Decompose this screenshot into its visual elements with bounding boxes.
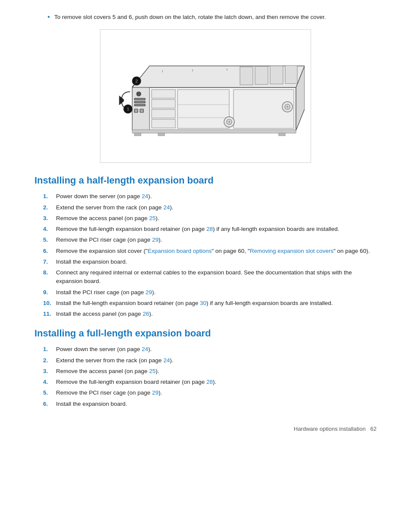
- bullet-dot-icon: ●: [47, 14, 50, 19]
- step-text: Remove the access panel (on page 25).: [56, 367, 377, 376]
- svg-rect-21: [152, 119, 175, 128]
- svg-rect-9: [270, 66, 283, 84]
- footer-label: Hardware options installation: [294, 426, 366, 432]
- svg-rect-13: [134, 98, 145, 100]
- step-num: 2.: [43, 356, 56, 365]
- step-num: 4.: [43, 225, 56, 233]
- svg-rect-41: [158, 133, 165, 136]
- section1-steps: 1. Power down the server (on page 24). 2…: [34, 192, 377, 318]
- link-28a[interactable]: 28: [206, 226, 213, 232]
- step-num: 6.: [43, 400, 56, 408]
- section1-title: Installing a half-length expansion board: [34, 175, 377, 186]
- svg-rect-19: [152, 100, 175, 108]
- step-num: 11.: [43, 310, 56, 318]
- intro-bullet: ● To remove slot covers 5 and 6, push do…: [34, 13, 377, 22]
- step-num: 6.: [43, 247, 56, 255]
- svg-rect-14: [134, 101, 145, 103]
- step-num: 3.: [43, 367, 56, 376]
- svg-rect-16: [134, 109, 138, 112]
- page-footer: Hardware options installation 62: [34, 426, 377, 432]
- step-2-6: 6. Install the expansion board.: [34, 400, 377, 408]
- footer-separator: [366, 426, 371, 432]
- intro-bullet-text: To remove slot covers 5 and 6, push down…: [54, 13, 377, 22]
- step-num: 2.: [43, 203, 56, 212]
- svg-rect-42: [279, 133, 285, 136]
- svg-rect-7: [240, 67, 253, 85]
- step-2-4: 4. Remove the full-length expansion boar…: [34, 378, 377, 386]
- section2-steps: 1. Power down the server (on page 24). 2…: [34, 345, 377, 408]
- step-1-8: 8. Connect any required internal or exte…: [34, 268, 377, 286]
- step-text: Connect any required internal or externa…: [56, 268, 377, 286]
- svg-rect-8: [255, 66, 268, 84]
- svg-text:1: 1: [127, 106, 129, 112]
- step-2-3: 3. Remove the access panel (on page 25).: [34, 367, 377, 376]
- server-diagram-svg: 1 2: [106, 36, 305, 156]
- step-text: Remove the access panel (on page 25).: [56, 214, 377, 223]
- svg-point-12: [137, 92, 141, 96]
- link-29b[interactable]: 29: [146, 289, 152, 296]
- step-text: Install the expansion board.: [56, 258, 377, 266]
- link-removing-covers[interactable]: Removing expansion slot covers: [250, 248, 333, 254]
- step-num: 9.: [43, 288, 56, 297]
- svg-rect-20: [152, 109, 175, 118]
- svg-rect-39: [132, 130, 296, 133]
- step-text: Remove the PCI riser cage (on page 29).: [56, 236, 377, 244]
- link-25a[interactable]: 25: [149, 215, 156, 221]
- step-text: Power down the server (on page 24).: [56, 192, 377, 201]
- step-num: 10.: [43, 299, 56, 308]
- step-1-11: 11. Install the access panel (on page 26…: [34, 310, 377, 318]
- step-text: Install the full-length expansion board …: [56, 299, 377, 308]
- step-2-1: 1. Power down the server (on page 24).: [34, 345, 377, 354]
- link-29c[interactable]: 29: [152, 389, 159, 396]
- step-text: Remove the full-length expansion board r…: [56, 378, 377, 386]
- svg-rect-18: [152, 90, 175, 98]
- step-text: Remove the PCI riser cage (on page 29).: [56, 389, 377, 397]
- link-24b[interactable]: 24: [163, 204, 170, 211]
- svg-rect-15: [134, 104, 145, 106]
- link-24c[interactable]: 24: [142, 346, 148, 352]
- step-num: 3.: [43, 214, 56, 223]
- step-1-7: 7. Install the expansion board.: [34, 258, 377, 266]
- step-text: Install the access panel (on page 26).: [56, 310, 377, 318]
- step-text: Remove the expansion slot cover ("Expans…: [56, 247, 377, 255]
- link-28b[interactable]: 28: [206, 379, 213, 385]
- step-text: Extend the server from the rack (on page…: [56, 356, 377, 365]
- step-num: 1.: [43, 192, 56, 201]
- step-num: 1.: [43, 345, 56, 354]
- svg-text:2: 2: [135, 78, 138, 84]
- step-1-4: 4. Remove the full-length expansion boar…: [34, 225, 377, 233]
- link-26a[interactable]: 26: [143, 311, 149, 317]
- link-29a[interactable]: 29: [152, 236, 159, 243]
- step-1-6: 6. Remove the expansion slot cover ("Exp…: [34, 247, 377, 255]
- step-text: Remove the full-length expansion board r…: [56, 225, 377, 233]
- link-24a[interactable]: 24: [142, 193, 148, 199]
- step-1-3: 3. Remove the access panel (on page 25).: [34, 214, 377, 223]
- footer-page: 62: [371, 426, 377, 432]
- svg-rect-22: [177, 90, 229, 128]
- step-1-5: 5. Remove the PCI riser cage (on page 29…: [34, 236, 377, 244]
- step-num: 5.: [43, 236, 56, 244]
- step-num: 8.: [43, 268, 56, 277]
- step-text: Extend the server from the rack (on page…: [56, 203, 377, 212]
- step-1-9: 9. Install the PCI riser cage (on page 2…: [34, 288, 377, 297]
- link-30a[interactable]: 30: [200, 300, 206, 306]
- step-text: Install the PCI riser cage (on page 29).: [56, 288, 377, 297]
- step-2-5: 5. Remove the PCI riser cage (on page 29…: [34, 389, 377, 397]
- svg-rect-40: [134, 133, 141, 136]
- step-text: Install the expansion board.: [56, 400, 377, 408]
- step-1-10: 10. Install the full-length expansion bo…: [34, 299, 377, 308]
- step-num: 4.: [43, 378, 56, 386]
- step-1-1: 1. Power down the server (on page 24).: [34, 192, 377, 201]
- link-24d[interactable]: 24: [163, 357, 170, 364]
- svg-rect-10: [285, 65, 297, 84]
- link-expansion-options[interactable]: Expansion board options: [148, 248, 212, 254]
- section2-title: Installing a full-length expansion board: [34, 328, 377, 339]
- step-1-2: 2. Extend the server from the rack (on p…: [34, 203, 377, 212]
- svg-rect-17: [140, 109, 143, 112]
- step-2-2: 2. Extend the server from the rack (on p…: [34, 356, 377, 365]
- server-image: 1 2: [100, 29, 311, 163]
- step-num: 7.: [43, 258, 56, 266]
- step-text: Power down the server (on page 24).: [56, 345, 377, 354]
- step-num: 5.: [43, 389, 56, 397]
- link-25b[interactable]: 25: [149, 368, 156, 374]
